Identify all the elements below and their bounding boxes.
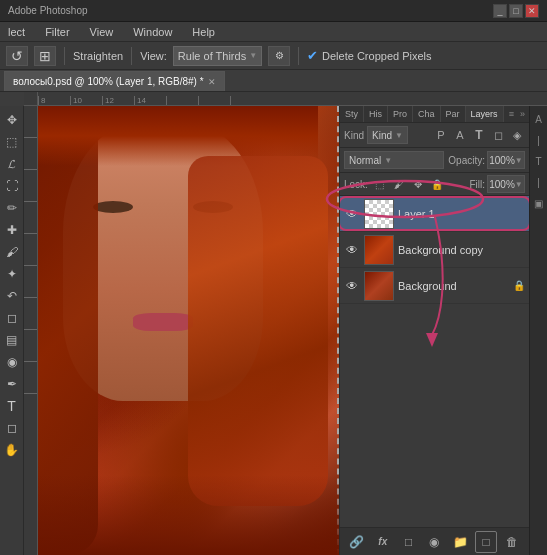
lock-paint-icon[interactable]: 🖌 [391,176,407,192]
panel-collapse-icon[interactable]: » [518,107,527,121]
kind-icon-pixel[interactable]: P [433,127,449,143]
pen-tool[interactable]: ✒ [2,374,22,394]
effects-button[interactable]: fx [372,531,394,553]
opacity-arrow: ▼ [515,156,523,165]
canvas-area[interactable] [38,106,339,555]
menu-filter[interactable]: Filter [41,24,73,40]
ruler-tick: 14 [134,96,166,105]
layer-bgcopy-thumbnail [364,235,394,265]
grid-icon[interactable]: ⊞ [34,46,56,66]
maximize-button[interactable]: □ [509,4,523,18]
shape-tool[interactable]: ◻ [2,418,22,438]
lips [133,313,193,331]
checkbox-checked[interactable]: ✔ [307,48,318,63]
panel-icon-4[interactable]: | [532,173,546,191]
layer-item-bg-copy[interactable]: 👁 Background copy [340,232,529,268]
panel-tab-pro[interactable]: Pro [388,106,413,122]
menu-help[interactable]: Help [188,24,219,40]
kind-dropdown-arrow: ▼ [395,131,403,140]
kind-icon-smart[interactable]: ◈ [509,127,525,143]
blend-dropdown[interactable]: Normal ▼ [344,151,444,169]
panel-tab-cha[interactable]: Cha [413,106,441,122]
refresh-button[interactable]: ↺ [6,46,28,66]
panel-tab-his[interactable]: His [364,106,388,122]
layer-item-background[interactable]: 👁 Background 🔒 [340,268,529,304]
document-tab[interactable]: волосы0.psd @ 100% (Layer 1, RGB/8#) * ✕ [4,71,225,91]
kind-icon-shape[interactable]: ◻ [490,127,506,143]
gear-icon[interactable]: ⚙ [268,46,290,66]
layer-bgcopy-visibility[interactable]: 👁 [344,242,360,258]
ruler-v-tick [24,298,37,330]
delete-layer-button[interactable]: 🗑 [501,531,523,553]
ruler-h-ticks: 8 10 12 14 [38,96,262,105]
view-dropdown[interactable]: Rule of Thirds ▼ [173,46,262,66]
move-tool[interactable]: ✥ [2,110,22,130]
brush-tool[interactable]: 🖌 [2,242,22,262]
link-layers-button[interactable]: 🔗 [346,531,368,553]
panel-menu-icon[interactable]: ≡ [507,107,516,121]
layer-bg-lock: 🔒 [513,280,525,291]
canvas-image [38,106,339,555]
healing-tool[interactable]: ✚ [2,220,22,240]
layer-1-visibility[interactable]: 👁 [344,206,360,222]
kind-icon-adjust[interactable]: A [452,127,468,143]
new-layer-button[interactable]: □ [475,531,497,553]
group-button[interactable]: 📁 [449,531,471,553]
ruler-tick: 10 [70,96,102,105]
select-tool[interactable]: ⬚ [2,132,22,152]
ruler-v-tick [24,234,37,266]
eye-left [93,201,133,213]
kind-icon-type[interactable]: T [471,127,487,143]
panel-tab-par[interactable]: Par [441,106,466,122]
hand-tool[interactable]: ✋ [2,440,22,460]
panel-icon-5[interactable]: ▣ [532,194,546,212]
crop-tool[interactable]: ⛶ [2,176,22,196]
panel-icon-2[interactable]: | [532,131,546,149]
lock-all-icon[interactable]: 🔒 [429,176,445,192]
text-tool[interactable]: T [2,396,22,416]
panel-icon-1[interactable]: A [532,110,546,128]
panel-tabs-row: Sty His Pro Cha Par Layers ≡ » [340,106,529,123]
lock-move-icon[interactable]: ✥ [410,176,426,192]
add-mask-button[interactable]: □ [398,531,420,553]
panel-tab-group: Sty His Pro Cha Par Layers [340,106,504,122]
menu-view[interactable]: View [86,24,118,40]
app-title: Adobe Photoshop [8,5,88,16]
delete-checkbox-area[interactable]: ✔ Delete Cropped Pixels [307,48,431,63]
kind-dropdown[interactable]: Kind ▼ [367,126,408,144]
menu-select[interactable]: lect [4,24,29,40]
ruler-v-tick [24,170,37,202]
panel-tab-sty[interactable]: Sty [340,106,364,122]
window-controls[interactable]: _ □ ✕ [493,4,539,18]
layer-1-name: Layer 1 [398,208,525,220]
panel-icon-3[interactable]: T [532,152,546,170]
lasso-tool[interactable]: 𝓛 [2,154,22,174]
clone-tool[interactable]: ✦ [2,264,22,284]
opacity-input[interactable]: 100% ▼ [487,151,525,169]
menu-window[interactable]: Window [129,24,176,40]
eyedropper-tool[interactable]: ✏ [2,198,22,218]
ruler-tick [166,96,198,105]
layer-bg-visibility[interactable]: 👁 [344,278,360,294]
opacity-label: Opacity: [448,155,485,166]
eraser-tool[interactable]: ◻ [2,308,22,328]
tab-close-button[interactable]: ✕ [208,77,216,87]
ruler-v-tick [24,202,37,234]
lock-transparent-icon[interactable]: ⬚ [372,176,388,192]
minimize-button[interactable]: _ [493,4,507,18]
gradient-tool[interactable]: ▤ [2,330,22,350]
close-button[interactable]: ✕ [525,4,539,18]
fill-input[interactable]: 100% ▼ [487,175,525,193]
menu-bar: lect Filter View Window Help [0,22,547,42]
adjustment-button[interactable]: ◉ [423,531,445,553]
layer-item-1[interactable]: 👁 Layer 1 [340,196,529,232]
ruler-v-tick [24,362,37,394]
history-tool[interactable]: ↶ [2,286,22,306]
lock-label: Lock: [344,179,368,190]
title-bar: Adobe Photoshop _ □ ✕ [0,0,547,22]
fill-area: Fill: 100% ▼ [469,175,525,193]
blur-tool[interactable]: ◉ [2,352,22,372]
lock-icons: ⬚ 🖌 ✥ 🔒 [372,176,445,192]
kind-value: Kind [372,130,392,141]
panel-tab-layers[interactable]: Layers [466,106,504,122]
